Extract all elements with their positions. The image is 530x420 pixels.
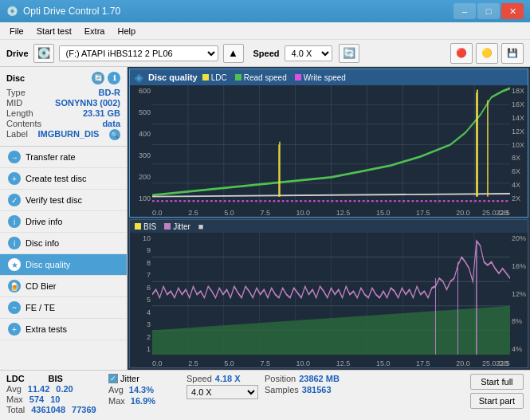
disc-type-label: Type	[6, 88, 26, 97]
total-label: Total	[6, 405, 25, 414]
gb-label-top: 25.0 GB	[482, 209, 508, 217]
y-axis-left-bottom: 10987654321	[130, 233, 152, 355]
chart-top: ◈ Disc quality LDC Read speed Write spee…	[129, 69, 528, 218]
menu-file[interactable]: File	[3, 25, 30, 37]
disc-type-value: BD-R	[99, 88, 121, 97]
disc-label-row: Label IMGBURN_DIS 🔍	[6, 129, 120, 140]
jitter-checkbox[interactable]: ✓ Jitter	[108, 374, 180, 383]
disc-info-panel: Disc 🔄 ℹ Type BD-R MID SONYNN3 (002) Len…	[0, 67, 127, 147]
maximize-button[interactable]: □	[477, 3, 500, 19]
disc-mid-label: MID	[6, 98, 22, 108]
toolbar-btn-1[interactable]: 🔴	[450, 43, 473, 64]
nav-disc-info[interactable]: i Disc info	[0, 233, 127, 254]
legend-jitter-label: Jitter	[173, 222, 190, 231]
save-button[interactable]: 💾	[501, 43, 524, 64]
speed-stats: Speed 4.18 X 4.0 X	[186, 374, 258, 399]
jitter-max-row: Max 16.9%	[108, 396, 180, 406]
legend-write: Write speed	[295, 73, 346, 82]
nav-disc-quality[interactable]: ★ Disc quality	[0, 254, 127, 276]
nav-icon-verify: ✓	[8, 194, 21, 206]
app-icon: 💿	[6, 6, 18, 17]
start-full-button[interactable]: Start full	[470, 374, 524, 390]
close-button[interactable]: ✕	[501, 3, 524, 19]
samples-label: Samples	[265, 385, 299, 394]
samples-value: 381563	[302, 385, 332, 394]
disc-type-row: Type BD-R	[6, 88, 120, 97]
disc-header: Disc	[6, 73, 25, 83]
disc-mid-row: MID SONYNN3 (002)	[6, 98, 120, 108]
nav-drive-info[interactable]: i Drive info	[0, 211, 127, 233]
jitter-stats: ✓ Jitter Avg 14.3% Max 16.9%	[108, 374, 180, 406]
disc-refresh-icon[interactable]: 🔄	[92, 72, 104, 84]
bis-total: 77369	[72, 405, 96, 414]
legend-write-label: Write speed	[304, 73, 346, 82]
toolbar-btn-2[interactable]: 🟡	[476, 43, 498, 64]
nav-label-verify: Verify test disc	[26, 195, 82, 205]
disc-label-value: IMGBURN_DIS	[37, 129, 99, 140]
ldc-total: 4361048	[31, 405, 65, 414]
eject-button[interactable]: ▲	[223, 44, 244, 63]
nav-icon-cd-bier: 🍺	[8, 280, 21, 292]
chart-bottom: BIS Jitter ■ 10987654321 20%16%12%8%4%	[129, 219, 528, 368]
chart-legend-bottom: BIS Jitter	[135, 222, 190, 231]
speed-stat-select[interactable]: 4.0 X	[186, 385, 258, 399]
drive-icon: 💽	[33, 44, 54, 63]
disc-length-row: Length 23.31 GB	[6, 108, 120, 118]
nav-fe-te[interactable]: ~ FE / TE	[0, 297, 127, 319]
menu-extra[interactable]: Extra	[78, 25, 112, 37]
disc-mid-value: SONYNN3 (002)	[55, 98, 120, 108]
nav-icon-fe-te: ~	[8, 301, 21, 314]
nav-verify-test-disc[interactable]: ✓ Verify test disc	[0, 190, 127, 211]
chart-icon-top: ◈	[135, 71, 143, 84]
nav-icon-transfer-rate: →	[8, 151, 21, 163]
y-axis-left-top: 600500400300200100	[130, 85, 152, 204]
nav-create-test-disc[interactable]: + Create test disc	[0, 168, 127, 190]
menu-bar: File Start test Extra Help	[0, 22, 530, 40]
disc-contents-row: Contents data	[6, 119, 120, 128]
sidebar: Disc 🔄 ℹ Type BD-R MID SONYNN3 (002) Len…	[0, 67, 128, 370]
refresh-button[interactable]: 🔄	[339, 44, 359, 63]
chart-bottom-label: ■	[198, 222, 204, 231]
action-buttons: Start full Start part	[470, 374, 524, 409]
chart-top-body: 600500400300200100 18X16X14X12X10X8X6X4X…	[130, 85, 528, 217]
total-row: Total 4361048 77369	[6, 405, 102, 414]
legend-ldc-color	[202, 74, 209, 80]
bis-avg: 0.20	[56, 384, 73, 394]
nav-icon-drive-info: i	[8, 215, 21, 228]
ldc-header: LDC	[6, 374, 25, 383]
disc-contents-label: Contents	[6, 119, 41, 128]
max-label: Max	[6, 394, 23, 404]
drive-select[interactable]: (F:) ATAPI iHBS112 2 PL06	[59, 45, 218, 61]
legend-bis: BIS	[135, 222, 156, 231]
position-value: 23862 MB	[299, 374, 340, 383]
jitter-avg: 14.3%	[129, 385, 154, 394]
nav-extra-tests[interactable]: + Extra tests	[0, 319, 127, 340]
nav-cd-bier[interactable]: 🍺 CD Bier	[0, 276, 127, 297]
ldc-bis-stats: LDC BIS Avg 11.42 0.20 Max 574 10 Total …	[6, 374, 102, 414]
position-label: Position	[265, 374, 296, 383]
chart-title-bar-bottom: BIS Jitter ■	[130, 220, 528, 233]
chart-title-top: Disc quality	[148, 73, 198, 82]
nav-label-disc-info: Disc info	[26, 238, 59, 248]
stats-panel: LDC BIS Avg 11.42 0.20 Max 574 10 Total …	[0, 370, 530, 420]
drive-bar: Drive 💽 (F:) ATAPI iHBS112 2 PL06 ▲ Spee…	[0, 40, 530, 67]
disc-info-icon[interactable]: ℹ	[108, 72, 120, 84]
speed-select[interactable]: 4.0 X	[285, 45, 332, 61]
legend-bis-color	[135, 223, 141, 230]
speed-row: Speed 4.18 X	[186, 374, 258, 383]
ldc-avg: 11.42	[28, 384, 50, 394]
x-axis-top: 0.02.55.07.510.012.515.017.520.022.5	[152, 209, 510, 217]
legend-read-label: Read speed	[244, 73, 287, 82]
speed-label: Speed	[253, 49, 280, 58]
position-stats: Position 23862 MB Samples 381563	[265, 374, 344, 394]
legend-jitter: Jitter	[164, 222, 190, 231]
disc-label-icon[interactable]: 🔍	[109, 129, 120, 140]
menu-help[interactable]: Help	[111, 25, 142, 37]
legend-bis-label: BIS	[143, 222, 156, 231]
menu-start-test[interactable]: Start test	[30, 25, 78, 37]
start-part-button[interactable]: Start part	[470, 393, 524, 409]
bis-max: 10	[50, 394, 60, 404]
minimize-button[interactable]: –	[453, 3, 476, 19]
legend-ldc: LDC	[202, 73, 227, 82]
nav-transfer-rate[interactable]: → Transfer rate	[0, 147, 127, 168]
